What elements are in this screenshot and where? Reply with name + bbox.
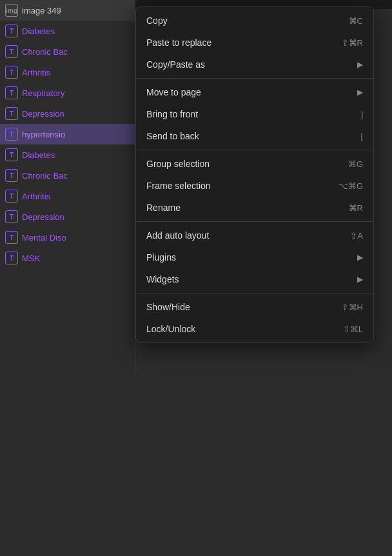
image-layer-icon: img — [5, 4, 18, 17]
context-menu: Copy⌘CPaste to replace⇧⌘RCopy/Paste as▶M… — [135, 6, 374, 343]
menu-item-group-selection[interactable]: Group selection⌘G — [136, 153, 373, 175]
menu-item-widgets[interactable]: Widgets▶ — [136, 268, 373, 290]
layer-item-arthritis1[interactable]: TArthritis — [0, 62, 135, 83]
menu-item-plugins[interactable]: Plugins▶ — [136, 246, 373, 268]
menu-item-shortcut: ] — [360, 110, 363, 119]
layer-label: Arthritis — [22, 192, 50, 201]
layer-panel: imgimage 349TDiabetesTChronic BacTArthri… — [0, 0, 135, 556]
menu-item-label: Move to page — [146, 87, 201, 97]
menu-item-add-auto-layout[interactable]: Add auto layout⇧A — [136, 224, 373, 246]
layer-label: Respiratory — [22, 88, 64, 98]
menu-item-shortcut: ⇧⌘L — [343, 324, 363, 334]
menu-item-shortcut: ⇧⌘H — [342, 303, 363, 312]
layer-item-image349[interactable]: imgimage 349 — [0, 0, 135, 21]
menu-item-label: Show/Hide — [146, 302, 190, 312]
layer-label: Chronic Bac — [22, 171, 68, 181]
menu-item-label: Lock/Unlock — [146, 324, 195, 334]
layer-item-mentaldiso[interactable]: TMental Diso — [0, 227, 135, 248]
menu-section-1: Move to page▶Bring to front]Send to back… — [136, 79, 373, 150]
layer-item-diabetes1[interactable]: TDiabetes — [0, 21, 135, 41]
menu-item-label: Bring to front — [146, 109, 198, 119]
text-layer-icon: T — [5, 25, 18, 37]
layer-label: Diabetes — [22, 150, 55, 160]
menu-section-0: Copy⌘CPaste to replace⇧⌘RCopy/Paste as▶ — [136, 7, 373, 79]
menu-item-shortcut: ⌘G — [348, 159, 363, 169]
layer-label: Mental Diso — [22, 233, 66, 243]
menu-item-label: Frame selection — [146, 181, 211, 191]
layer-label: hypertensio — [22, 130, 65, 139]
menu-item-label: Rename — [146, 203, 181, 213]
text-layer-icon: T — [5, 107, 18, 120]
text-layer-icon: T — [5, 128, 18, 141]
text-layer-icon: T — [5, 86, 18, 99]
layer-item-depression1[interactable]: TDepression — [0, 103, 135, 124]
text-layer-icon: T — [5, 148, 18, 161]
menu-item-label: Group selection — [146, 159, 210, 169]
menu-item-label: Copy — [146, 15, 168, 26]
text-layer-icon: T — [5, 252, 18, 264]
menu-item-shortcut: ▶ — [357, 60, 363, 69]
layer-label: Chronic Bac — [22, 47, 68, 57]
text-layer-icon: T — [5, 190, 18, 203]
text-layer-icon: T — [5, 45, 18, 58]
menu-section-2: Group selection⌘GFrame selection⌥⌘GRenam… — [136, 150, 373, 222]
layer-item-respiratory[interactable]: TRespiratory — [0, 83, 135, 103]
menu-item-copy[interactable]: Copy⌘C — [136, 10, 373, 32]
layer-item-diabetes2[interactable]: TDiabetes — [0, 144, 135, 165]
text-layer-icon: T — [5, 169, 18, 182]
layer-label: Arthritis — [22, 68, 50, 77]
menu-section-4: Show/Hide⇧⌘HLock/Unlock⇧⌘L — [136, 293, 373, 343]
layer-label: MSK — [22, 253, 40, 263]
menu-item-lock-unlock[interactable]: Lock/Unlock⇧⌘L — [136, 318, 373, 340]
layer-item-hypertension[interactable]: Thypertensio — [0, 124, 135, 144]
menu-item-bring-to-front[interactable]: Bring to front] — [136, 103, 373, 125]
layer-label: image 349 — [22, 6, 61, 15]
layer-label: Depression — [22, 212, 64, 222]
menu-item-show-hide[interactable]: Show/Hide⇧⌘H — [136, 296, 373, 318]
menu-item-shortcut: ⌘C — [349, 16, 363, 26]
menu-item-move-to-page[interactable]: Move to page▶ — [136, 81, 373, 103]
menu-item-shortcut: ▶ — [357, 253, 363, 262]
layer-item-arthritis2[interactable]: TArthritis — [0, 186, 135, 206]
layer-item-chronicbac2[interactable]: TChronic Bac — [0, 165, 135, 186]
text-layer-icon: T — [5, 231, 18, 244]
menu-item-shortcut: ▶ — [357, 275, 363, 284]
text-layer-icon: T — [5, 210, 18, 223]
menu-item-label: Send to back — [146, 131, 199, 141]
menu-item-shortcut: ⇧⌘R — [342, 38, 363, 48]
menu-item-shortcut: ⌥⌘G — [338, 181, 363, 191]
menu-item-paste-replace[interactable]: Paste to replace⇧⌘R — [136, 32, 373, 54]
menu-item-shortcut: ⌘R — [349, 203, 363, 213]
menu-item-label: Plugins — [146, 252, 176, 263]
menu-item-shortcut: ⇧A — [350, 231, 363, 241]
layer-label: Diabetes — [22, 26, 55, 36]
menu-item-label: Add auto layout — [146, 230, 209, 241]
menu-item-shortcut: [ — [360, 132, 363, 141]
text-layer-icon: T — [5, 66, 18, 79]
menu-item-frame-selection[interactable]: Frame selection⌥⌘G — [136, 175, 373, 197]
menu-item-shortcut: ▶ — [357, 88, 363, 97]
layer-item-depression2[interactable]: TDepression — [0, 206, 135, 227]
layer-item-chronicbac1[interactable]: TChronic Bac — [0, 41, 135, 62]
layer-label: Depression — [22, 109, 64, 119]
menu-section-3: Add auto layout⇧APlugins▶Widgets▶ — [136, 222, 373, 293]
layer-item-msk[interactable]: TMSK — [0, 248, 135, 268]
menu-item-label: Paste to replace — [146, 37, 211, 48]
menu-item-send-to-back[interactable]: Send to back[ — [136, 125, 373, 147]
menu-item-label: Copy/Paste as — [146, 59, 205, 70]
menu-item-copy-paste-as[interactable]: Copy/Paste as▶ — [136, 54, 373, 75]
menu-item-rename[interactable]: Rename⌘R — [136, 197, 373, 219]
menu-item-label: Widgets — [146, 274, 179, 284]
